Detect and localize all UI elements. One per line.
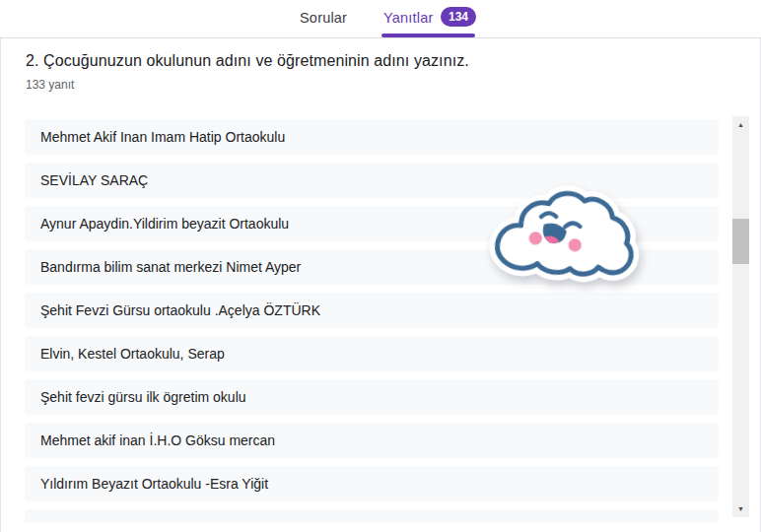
answer-text: Aynur Apaydin.Yildirim beyazit Ortaokulu (40, 216, 289, 232)
answer-text: Şehit fevzi gürsu ilk ögretim okulu (40, 389, 246, 405)
answer-text: Yıldırım Beyazıt Ortaokulu -Esra Yiğit (40, 476, 268, 492)
answer-text: Elvin, Kestel Ortaokulu, Serap (40, 346, 225, 362)
answer-row: Bandırma bilim sanat merkezi Nimet Ayper (25, 249, 719, 285)
answers-scrollbar[interactable]: ▲ ▼ (732, 116, 749, 517)
answers-list: Mehmet Akif Inan Imam Hatip Ortaokulu SE… (25, 111, 719, 523)
responses-page: Sorular Yanıtlar 134 2. Çocuğunuzun okul… (0, 0, 761, 532)
answer-row: Şehit fevzi gürsu ilk ögretim okulu (25, 379, 719, 415)
responses-count: 133 yanıt (26, 78, 74, 92)
answer-row: Aynur Apaydin.Yildirim beyazit Ortaokulu (25, 206, 719, 241)
scroll-down-button[interactable]: ▼ (732, 500, 749, 517)
scroll-up-icon: ▲ (737, 121, 744, 128)
answer-text: Şehit Fevzi Gürsu ortaokulu .Açelya ÖZTÜ… (40, 302, 320, 318)
answer-text: Mehmet akif inan İ.H.O Göksu mercan (40, 432, 275, 448)
scroll-down-icon: ▼ (737, 505, 744, 512)
answer-row: Yıldırım Beyazıt Ortaokulu -Esra Yiğit (25, 466, 719, 501)
tabs-header: Sorular Yanıtlar 134 (0, 0, 761, 38)
answer-row: Mehmet Akif Inan Imam Hatip Ortaokulu (25, 119, 719, 155)
scrollbar-thumb[interactable] (732, 219, 749, 264)
answer-text: Mehmet Akif Inan Imam Hatip Ortaokulu (40, 129, 285, 145)
answer-row (25, 509, 719, 523)
answer-text: SEVİLAY SARAÇ (40, 172, 148, 188)
answer-row: Mehmet akif inan İ.H.O Göksu mercan (25, 423, 719, 458)
answer-text: Bandırma bilim sanat merkezi Nimet Ayper (40, 259, 301, 275)
answers-count-badge: 134 (441, 7, 476, 27)
scroll-up-button[interactable]: ▲ (732, 116, 749, 133)
answer-row: Elvin, Kestel Ortaokulu, Serap (25, 336, 719, 371)
tab-questions[interactable]: Sorular (300, 10, 347, 26)
answer-row: SEVİLAY SARAÇ (25, 163, 719, 198)
tab-answers[interactable]: Yanıtlar (383, 10, 434, 26)
answer-row: Şehit Fevzi Gürsu ortaokulu .Açelya ÖZTÜ… (25, 293, 719, 328)
responses-panel: 2. Çocuğunuzun okulunun adını ve öğretme… (0, 38, 761, 532)
question-title: 2. Çocuğunuzun okulunun adını ve öğretme… (26, 52, 469, 70)
